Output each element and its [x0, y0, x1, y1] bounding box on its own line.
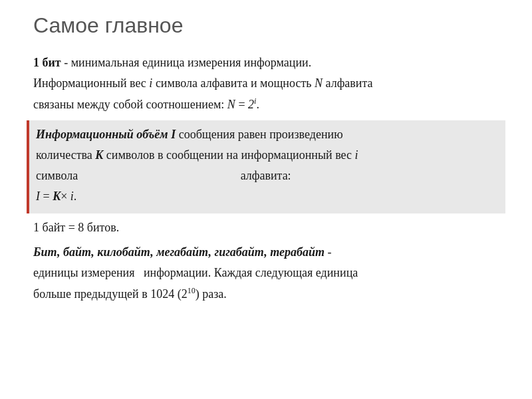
line-units1: Бит, байт, килобайт, мегабайт, гигабайт,…: [33, 243, 505, 261]
line-relation: связаны между собой соотношением: N = 2i…: [33, 95, 505, 114]
info-text5: алфавита:: [241, 169, 291, 182]
info-text2: количества: [36, 148, 95, 162]
relation-text: связаны между собой соотношением:: [33, 98, 227, 111]
alphabet-n: N: [315, 76, 323, 90]
line-bit: 1 бит - минимальная единица измерения ин…: [33, 54, 505, 72]
units-text1: единицы измерения информации. Каждая сле…: [33, 266, 358, 279]
bit-text: - минимальная единица измерения информац…: [64, 56, 311, 69]
info-spacer: [81, 169, 241, 182]
line-units3: больше предыдущей в 1024 (210) раза.: [33, 285, 505, 303]
highlight-block: Информационный объём I сообщения равен п…: [27, 120, 505, 213]
info-i2: i: [354, 148, 358, 162]
page: Самое главное 1 бит - минимальная единиц…: [0, 0, 532, 399]
alphabet-text2: символа алфавита и мощность: [152, 76, 315, 90]
byte-text: 1 байт = 8 битов.: [33, 221, 119, 234]
relation-n: N: [227, 98, 235, 111]
line-alphabet: Информационный вес i символа алфавита и …: [33, 74, 505, 92]
units-dash: -: [325, 245, 332, 259]
units-text2: больше предыдущей в 1024 (210) раза.: [33, 287, 227, 301]
line-byte: 1 байт = 8 битов.: [33, 219, 505, 237]
info-volume-bold: Информационный объём: [36, 128, 171, 141]
highlight-line1: Информационный объём I сообщения равен п…: [36, 126, 499, 144]
alphabet-text1: Информационный вес: [33, 76, 149, 90]
section-units: Бит, байт, килобайт, мегабайт, гигабайт,…: [33, 243, 505, 303]
relation-2i: 2i: [248, 98, 256, 111]
units-bold: Бит, байт, килобайт, мегабайт, гигабайт,…: [33, 245, 325, 259]
content-area: 1 бит - минимальная единица измерения ин…: [27, 54, 505, 303]
info-text1: сообщения равен произведению: [176, 128, 342, 141]
section-bit: 1 бит - минимальная единица измерения ин…: [33, 54, 505, 114]
line-units2: единицы измерения информации. Каждая сле…: [33, 264, 505, 282]
formula-eq: =: [40, 190, 53, 203]
alphabet-text3: алфавита: [323, 76, 373, 90]
page-title: Самое главное: [33, 13, 505, 38]
info-k: K: [95, 148, 103, 162]
relation-eq: =: [235, 98, 248, 111]
highlight-formula: I = K× i.: [36, 188, 499, 205]
bit-bold: 1 бит: [33, 56, 61, 69]
highlight-line2: количества K символов в сообщении на инф…: [36, 146, 499, 164]
formula-times: ×: [61, 190, 70, 203]
info-text4: символа: [36, 169, 78, 182]
formula-k: K: [53, 190, 61, 203]
section-byte: 1 байт = 8 битов.: [33, 219, 505, 237]
highlight-line3: символа алфавита:: [36, 167, 499, 185]
info-text3: символов в сообщении на информационный в…: [103, 148, 354, 162]
formula-dot: .: [74, 190, 77, 203]
relation-dot: .: [256, 98, 259, 111]
